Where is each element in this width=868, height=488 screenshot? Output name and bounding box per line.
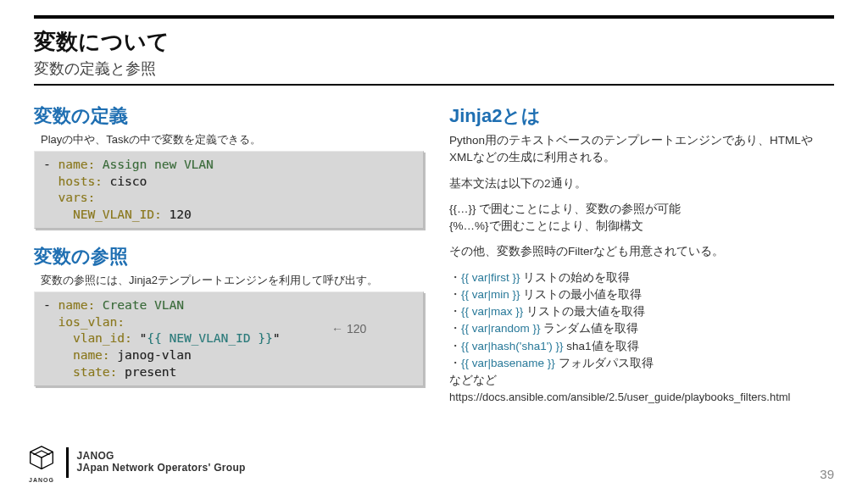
- filter-desc: ランダム値を取得: [541, 322, 639, 335]
- filter-item: ・{{ var|hash('sha1') }} sha1値を取得: [449, 338, 834, 355]
- paragraph: {{…}} で囲むことにより、変数の参照が可能 {%…%}で囲むことにより、制御…: [449, 201, 834, 236]
- code-block-definition: - name: Assign new VLAN hosts: cisco var…: [34, 151, 424, 229]
- code-text: [43, 175, 58, 188]
- logo-under-text: JANOG: [25, 477, 58, 483]
- section-desc-definition: Playの中や、Taskの中で変数を定義できる。: [41, 132, 424, 147]
- paragraph: その他、変数参照時のFilterなども用意されている。: [449, 243, 834, 260]
- code-key: NEW_VLAN_ID:: [73, 208, 162, 221]
- filter-expr: {{ var|max }}: [461, 305, 523, 318]
- code-val: Assign new VLAN: [95, 158, 214, 171]
- code-text: [43, 208, 73, 221]
- content-area: 変数の定義 Playの中や、Taskの中で変数を定義できる。 - name: A…: [34, 103, 834, 446]
- filter-item: ・{{ var|first }} リストの始めを取得: [449, 269, 834, 286]
- filter-desc: sha1値を取得: [564, 340, 639, 352]
- filter-item: ・{{ var|min }} リストの最小値を取得: [449, 286, 834, 303]
- section-heading-reference: 変数の参照: [34, 244, 424, 269]
- code-text: [43, 348, 73, 362]
- code-quote: ": [273, 331, 281, 345]
- doc-url: https://docs.ansible.com/ansible/2.5/use…: [449, 389, 834, 406]
- code-val: present: [117, 365, 176, 379]
- slide-title: 変数について: [34, 27, 834, 57]
- filter-desc: フォルダパス取得: [555, 357, 654, 369]
- slide-subtitle: 変数の定義と参照: [34, 58, 834, 79]
- filter-expr: {{ var|min }}: [461, 288, 520, 301]
- janog-logo-icon: JANOG: [25, 442, 58, 483]
- jinja2-body: Python用のテキストベースのテンプレートエンジンであり、HTMLやXMLなど…: [449, 132, 834, 406]
- filter-list: ・{{ var|first }} リストの始めを取得 ・{{ var|min }…: [449, 269, 834, 373]
- paragraph: 基本文法は以下の2通り。: [449, 175, 834, 192]
- code-quote: ": [132, 331, 147, 345]
- column-left: 変数の定義 Playの中や、Taskの中で変数を定義できる。 - name: A…: [34, 103, 424, 446]
- filter-expr: {{ var|first }}: [461, 271, 520, 284]
- paragraph: Python用のテキストベースのテンプレートエンジンであり、HTMLやXMLなど…: [449, 132, 834, 167]
- slide-header: 変数について 変数の定義と参照: [34, 27, 834, 86]
- filter-item: ・{{ var|basename }} フォルダパス取得: [449, 355, 834, 372]
- code-text: -: [43, 158, 58, 171]
- column-right: Jinja2とは Python用のテキストベースのテンプレートエンジンであり、H…: [449, 103, 834, 446]
- code-key: name:: [73, 348, 110, 362]
- code-val: cisco: [103, 175, 147, 188]
- filter-item: ・{{ var|random }} ランダム値を取得: [449, 320, 834, 337]
- footer: JANOG JANOG JApan Network Operators' Gro…: [25, 446, 834, 480]
- filter-desc: リストの始めを取得: [520, 271, 631, 284]
- section-heading-jinja2: Jinja2とは: [449, 103, 834, 129]
- logo-text: JANOG JApan Network Operators' Group: [77, 451, 246, 474]
- code-val: Create VLAN: [95, 298, 184, 312]
- code-key: ios_vlan:: [58, 315, 125, 329]
- page-number: 39: [820, 467, 834, 481]
- filter-expr: {{ var|hash('sha1') }}: [461, 340, 564, 352]
- logo-wrap: JANOG JANOG JApan Network Operators' Gro…: [25, 442, 246, 483]
- logo-line-1: JANOG: [77, 451, 246, 463]
- filter-expr: {{ var|random }}: [461, 322, 541, 335]
- code-key: name:: [58, 158, 95, 171]
- syntax-line: {%…%}で囲むことにより、制御構文: [449, 219, 643, 232]
- code-val: 120: [162, 208, 192, 221]
- code-text: [43, 331, 73, 345]
- code-key: state:: [73, 365, 117, 379]
- section-desc-reference: 変数の参照には、Jinja2テンプレートエンジンを利用して呼び出す。: [41, 273, 424, 288]
- arrow-annotation: ← 120: [331, 321, 366, 337]
- code-val: janog-vlan: [110, 348, 192, 362]
- code-key: name:: [58, 298, 95, 312]
- code-key: vlan_id:: [73, 331, 132, 345]
- top-rule: [34, 15, 834, 19]
- code-key: hosts:: [58, 175, 102, 188]
- filter-desc: リストの最大値を取得: [523, 305, 645, 318]
- logo-line-2: JApan Network Operators' Group: [77, 463, 246, 474]
- syntax-line: {{…}} で囲むことにより、変数の参照が可能: [449, 202, 681, 215]
- code-block-reference: - name: Create VLAN ios_vlan: vlan_id: "…: [34, 291, 424, 386]
- code-text: -: [43, 298, 58, 312]
- filter-item: ・{{ var|max }} リストの最大値を取得: [449, 303, 834, 320]
- logo-divider: [66, 447, 69, 478]
- code-text: [43, 191, 58, 204]
- paragraph: などなど: [449, 372, 834, 389]
- code-text: [43, 365, 73, 379]
- section-heading-definition: 変数の定義: [34, 103, 424, 129]
- filter-expr: {{ var|basename }}: [461, 357, 555, 369]
- code-jinja: {{ NEW_VLAN_ID }}: [147, 331, 272, 345]
- code-key: vars:: [58, 191, 95, 204]
- filter-desc: リストの最小値を取得: [520, 288, 643, 301]
- code-text: [43, 315, 58, 329]
